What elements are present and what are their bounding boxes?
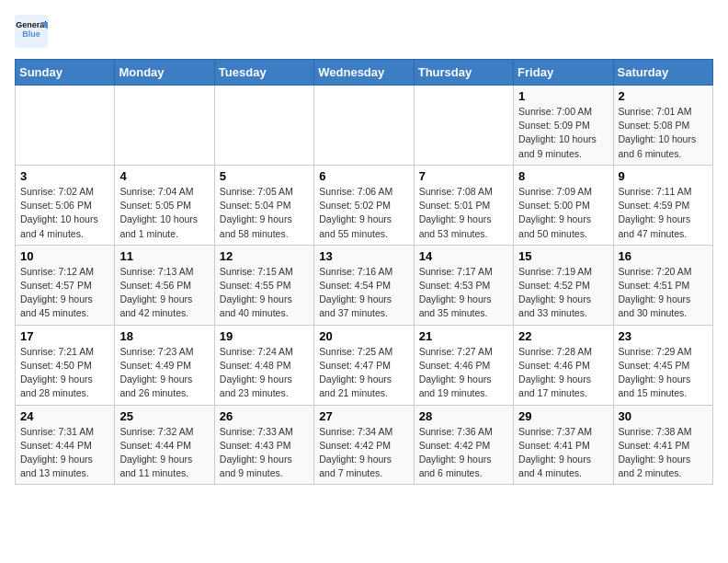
calendar-cell: 29Sunrise: 7:37 AM Sunset: 4:41 PM Dayli… (514, 405, 613, 485)
day-info: Sunrise: 7:31 AM Sunset: 4:44 PM Dayligh… (20, 425, 109, 481)
calendar-cell: 28Sunrise: 7:36 AM Sunset: 4:42 PM Dayli… (414, 405, 513, 485)
day-info: Sunrise: 7:36 AM Sunset: 4:42 PM Dayligh… (419, 425, 508, 481)
calendar-cell: 6Sunrise: 7:06 AM Sunset: 5:02 PM Daylig… (314, 165, 414, 245)
day-info: Sunrise: 7:37 AM Sunset: 4:41 PM Dayligh… (518, 425, 608, 481)
day-number: 14 (419, 249, 508, 263)
day-number: 9 (619, 169, 708, 183)
day-number: 29 (518, 409, 608, 423)
calendar-cell: 21Sunrise: 7:27 AM Sunset: 4:46 PM Dayli… (414, 325, 513, 405)
calendar-week-2: 3Sunrise: 7:02 AM Sunset: 5:06 PM Daylig… (16, 165, 713, 245)
day-info: Sunrise: 7:16 AM Sunset: 4:54 PM Dayligh… (319, 265, 408, 321)
day-info: Sunrise: 7:09 AM Sunset: 5:00 PM Dayligh… (518, 185, 608, 241)
day-number: 23 (619, 329, 708, 343)
calendar-cell: 23Sunrise: 7:29 AM Sunset: 4:45 PM Dayli… (613, 325, 712, 405)
calendar-cell: 14Sunrise: 7:17 AM Sunset: 4:53 PM Dayli… (414, 245, 513, 325)
calendar-cell: 2Sunrise: 7:01 AM Sunset: 5:08 PM Daylig… (613, 86, 712, 166)
calendar-cell (414, 86, 513, 166)
day-number: 17 (20, 329, 109, 343)
day-info: Sunrise: 7:06 AM Sunset: 5:02 PM Dayligh… (319, 185, 408, 241)
svg-text:Blue: Blue (22, 29, 40, 39)
svg-text:General: General (16, 20, 47, 29)
day-info: Sunrise: 7:21 AM Sunset: 4:50 PM Dayligh… (20, 345, 109, 401)
calendar-cell: 11Sunrise: 7:13 AM Sunset: 4:56 PM Dayli… (115, 245, 214, 325)
day-number: 12 (220, 249, 309, 263)
calendar-cell (214, 86, 313, 166)
day-info: Sunrise: 7:32 AM Sunset: 4:44 PM Dayligh… (119, 425, 209, 481)
weekday-header-monday: Monday (115, 60, 214, 86)
day-info: Sunrise: 7:05 AM Sunset: 5:04 PM Dayligh… (220, 185, 309, 241)
day-number: 6 (319, 169, 408, 183)
weekday-header-thursday: Thursday (414, 60, 513, 86)
day-number: 25 (119, 409, 209, 423)
calendar-cell: 8Sunrise: 7:09 AM Sunset: 5:00 PM Daylig… (514, 165, 613, 245)
calendar-cell: 24Sunrise: 7:31 AM Sunset: 4:44 PM Dayli… (16, 405, 115, 485)
day-info: Sunrise: 7:25 AM Sunset: 4:47 PM Dayligh… (319, 345, 408, 401)
day-number: 30 (619, 409, 708, 423)
calendar-cell: 30Sunrise: 7:38 AM Sunset: 4:41 PM Dayli… (613, 405, 712, 485)
day-number: 8 (518, 169, 608, 183)
day-info: Sunrise: 7:33 AM Sunset: 4:43 PM Dayligh… (220, 425, 309, 481)
day-info: Sunrise: 7:20 AM Sunset: 4:51 PM Dayligh… (619, 265, 708, 321)
day-info: Sunrise: 7:02 AM Sunset: 5:06 PM Dayligh… (20, 185, 109, 241)
day-info: Sunrise: 7:29 AM Sunset: 4:45 PM Dayligh… (619, 345, 708, 401)
day-info: Sunrise: 7:24 AM Sunset: 4:48 PM Dayligh… (220, 345, 309, 401)
day-info: Sunrise: 7:17 AM Sunset: 4:53 PM Dayligh… (419, 265, 508, 321)
day-number: 13 (319, 249, 408, 263)
calendar-cell: 12Sunrise: 7:15 AM Sunset: 4:55 PM Dayli… (214, 245, 313, 325)
day-number: 19 (220, 329, 309, 343)
weekday-header-saturday: Saturday (613, 60, 712, 86)
calendar-cell: 7Sunrise: 7:08 AM Sunset: 5:01 PM Daylig… (414, 165, 513, 245)
calendar-week-3: 10Sunrise: 7:12 AM Sunset: 4:57 PM Dayli… (16, 245, 713, 325)
day-number: 11 (119, 249, 209, 263)
calendar-cell (115, 86, 214, 166)
day-number: 24 (20, 409, 109, 423)
calendar-cell (16, 86, 115, 166)
day-info: Sunrise: 7:38 AM Sunset: 4:41 PM Dayligh… (619, 425, 708, 481)
calendar-cell: 16Sunrise: 7:20 AM Sunset: 4:51 PM Dayli… (613, 245, 712, 325)
day-info: Sunrise: 7:04 AM Sunset: 5:05 PM Dayligh… (119, 185, 209, 241)
calendar-cell: 10Sunrise: 7:12 AM Sunset: 4:57 PM Dayli… (16, 245, 115, 325)
day-info: Sunrise: 7:13 AM Sunset: 4:56 PM Dayligh… (119, 265, 209, 321)
calendar-table: SundayMondayTuesdayWednesdayThursdayFrid… (15, 59, 713, 485)
day-info: Sunrise: 7:12 AM Sunset: 4:57 PM Dayligh… (20, 265, 109, 321)
calendar-cell: 27Sunrise: 7:34 AM Sunset: 4:42 PM Dayli… (314, 405, 414, 485)
logo: General Blue (15, 15, 51, 48)
calendar-cell: 9Sunrise: 7:11 AM Sunset: 4:59 PM Daylig… (613, 165, 712, 245)
day-number: 28 (419, 409, 508, 423)
calendar-cell: 22Sunrise: 7:28 AM Sunset: 4:46 PM Dayli… (514, 325, 613, 405)
calendar-week-1: 1Sunrise: 7:00 AM Sunset: 5:09 PM Daylig… (16, 86, 713, 166)
day-info: Sunrise: 7:01 AM Sunset: 5:08 PM Dayligh… (619, 105, 708, 161)
weekday-header-tuesday: Tuesday (214, 60, 313, 86)
calendar-cell: 20Sunrise: 7:25 AM Sunset: 4:47 PM Dayli… (314, 325, 414, 405)
calendar-cell: 15Sunrise: 7:19 AM Sunset: 4:52 PM Dayli… (514, 245, 613, 325)
weekday-header-row: SundayMondayTuesdayWednesdayThursdayFrid… (16, 60, 713, 86)
day-number: 3 (20, 169, 109, 183)
day-number: 4 (119, 169, 209, 183)
calendar-cell: 4Sunrise: 7:04 AM Sunset: 5:05 PM Daylig… (115, 165, 214, 245)
day-info: Sunrise: 7:34 AM Sunset: 4:42 PM Dayligh… (319, 425, 408, 481)
calendar-cell: 26Sunrise: 7:33 AM Sunset: 4:43 PM Dayli… (214, 405, 313, 485)
weekday-header-sunday: Sunday (16, 60, 115, 86)
day-info: Sunrise: 7:23 AM Sunset: 4:49 PM Dayligh… (119, 345, 209, 401)
calendar-week-4: 17Sunrise: 7:21 AM Sunset: 4:50 PM Dayli… (16, 325, 713, 405)
day-info: Sunrise: 7:28 AM Sunset: 4:46 PM Dayligh… (518, 345, 608, 401)
day-number: 16 (619, 249, 708, 263)
day-number: 26 (220, 409, 309, 423)
day-number: 5 (220, 169, 309, 183)
calendar-cell (314, 86, 414, 166)
day-info: Sunrise: 7:15 AM Sunset: 4:55 PM Dayligh… (220, 265, 309, 321)
day-info: Sunrise: 7:11 AM Sunset: 4:59 PM Dayligh… (619, 185, 708, 241)
calendar-week-5: 24Sunrise: 7:31 AM Sunset: 4:44 PM Dayli… (16, 405, 713, 485)
calendar-cell: 25Sunrise: 7:32 AM Sunset: 4:44 PM Dayli… (115, 405, 214, 485)
calendar-cell: 1Sunrise: 7:00 AM Sunset: 5:09 PM Daylig… (514, 86, 613, 166)
day-number: 10 (20, 249, 109, 263)
calendar-cell: 18Sunrise: 7:23 AM Sunset: 4:49 PM Dayli… (115, 325, 214, 405)
day-number: 7 (419, 169, 508, 183)
day-number: 20 (319, 329, 408, 343)
day-number: 1 (518, 89, 608, 103)
day-number: 21 (419, 329, 508, 343)
day-info: Sunrise: 7:27 AM Sunset: 4:46 PM Dayligh… (419, 345, 508, 401)
day-number: 22 (518, 329, 608, 343)
logo-icon: General Blue (15, 15, 48, 48)
calendar-cell: 13Sunrise: 7:16 AM Sunset: 4:54 PM Dayli… (314, 245, 414, 325)
